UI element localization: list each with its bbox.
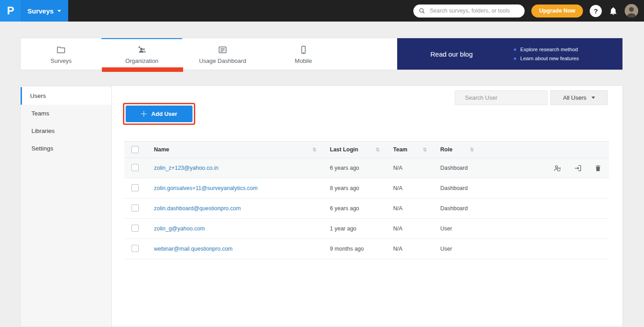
search-user-box[interactable] [455, 90, 548, 105]
column-header-name: Name [154, 146, 169, 153]
help-button[interactable]: ? [590, 5, 602, 17]
sidebar-item-libraries[interactable]: Libraries [21, 122, 111, 140]
logo-letter: P [7, 4, 14, 17]
notifications-button[interactable] [609, 6, 618, 16]
upgrade-now-button[interactable]: Upgrade Now [531, 4, 583, 18]
mobile-icon [298, 45, 308, 55]
sidebar-item-teams[interactable]: Teams [21, 105, 111, 122]
add-user-button[interactable]: Add User [126, 106, 193, 122]
row-checkbox[interactable] [131, 164, 139, 171]
chevron-down-icon [57, 10, 61, 12]
row-checkbox[interactable] [131, 225, 139, 232]
product-name: Surveys [27, 7, 53, 15]
org-sidebar: Users Teams Libraries Settings [21, 86, 112, 327]
search-user-input[interactable] [464, 94, 545, 102]
click-annotation-box: Add User [123, 103, 195, 125]
row-checkbox[interactable] [131, 184, 139, 191]
active-tab-underline [102, 67, 183, 72]
sign-in-icon[interactable] [574, 164, 582, 172]
row-checkbox[interactable] [131, 245, 139, 252]
tab-organization[interactable]: Organization [101, 38, 182, 70]
sidebar-item-users[interactable]: Users [21, 87, 111, 105]
avatar-photo [625, 4, 638, 18]
login-as-user-icon[interactable] [553, 164, 561, 172]
product-switcher[interactable]: P Surveys [0, 0, 68, 22]
sort-icon[interactable] [470, 147, 474, 152]
user-email-link[interactable]: webinar@mail.questionpro.com [154, 246, 232, 252]
plus-icon [141, 111, 147, 117]
promo-bullet: Explore research method [514, 47, 578, 52]
table-row: zolin.gonsalves+11@surveyanalytics.com 8… [124, 178, 609, 199]
sort-icon[interactable] [423, 147, 427, 152]
table-row: zolin_g@yahoo.com 1 year ago N/A User [124, 219, 609, 239]
sort-icon[interactable] [376, 147, 380, 152]
read-our-blog-link[interactable]: Read our blog [430, 50, 473, 58]
tab-usage-dashboard[interactable]: Usage Dashboard [182, 38, 263, 70]
table-row: zolin_z+123@yahoo.co.in 6 years ago N/A … [124, 158, 609, 178]
global-search-input[interactable] [429, 7, 519, 14]
delete-user-icon[interactable] [594, 164, 602, 172]
tab-label: Usage Dashboard [199, 57, 246, 64]
column-header-role: Role [440, 146, 452, 153]
global-search[interactable] [413, 4, 525, 18]
module-tab-bar: Surveys Organization Usage Dashboard Mob… [20, 38, 623, 70]
dashboard-icon [218, 45, 228, 55]
bullet-dot-icon [514, 57, 516, 60]
tab-label: Surveys [51, 57, 72, 64]
user-email-link[interactable]: zolin.dashboard@questionpro.com [154, 205, 241, 212]
sort-icon[interactable] [312, 147, 316, 152]
all-users-dropdown[interactable]: All Users [550, 90, 608, 105]
user-email-link[interactable]: zolin.gonsalves+11@surveyanalytics.com [154, 185, 258, 191]
question-mark-icon: ? [594, 7, 598, 15]
tab-surveys[interactable]: Surveys [21, 38, 101, 70]
select-all-checkbox[interactable] [131, 146, 139, 153]
row-checkbox[interactable] [131, 204, 139, 212]
tab-mobile[interactable]: Mobile [263, 38, 344, 70]
chevron-down-icon [591, 97, 595, 99]
user-email-link[interactable]: zolin_z+123@yahoo.co.in [154, 165, 219, 171]
organization-panel: Users Teams Libraries Settings All Users… [20, 85, 623, 327]
user-email-link[interactable]: zolin_g@yahoo.com [154, 225, 205, 232]
user-avatar[interactable] [625, 4, 638, 18]
column-header-last-login: Last Login [330, 146, 358, 153]
table-header-row: Name Last Login Team Role [124, 141, 609, 158]
search-icon [419, 8, 425, 14]
users-content: All Users Add User Name Last Login Team … [112, 86, 622, 327]
add-people-icon [137, 45, 147, 55]
table-row: webinar@mail.questionpro.com 9 months ag… [124, 239, 609, 259]
topbar: P Surveys Upgrade Now ? [0, 0, 644, 22]
questionpro-logo[interactable]: P [0, 0, 22, 22]
users-table: Name Last Login Team Role zolin_z+123@ya… [124, 141, 609, 259]
filter-selected-value: All Users [563, 94, 586, 101]
promo-bullet: Learn about new features [514, 56, 578, 61]
bell-icon [609, 6, 618, 16]
sidebar-item-settings[interactable]: Settings [21, 140, 111, 157]
tab-label: Organization [125, 57, 158, 64]
folder-icon [56, 45, 66, 55]
table-row: zolin.dashboard@questionpro.com 6 years … [124, 199, 609, 219]
blog-promo-banner: Read our blog Explore research method Le… [397, 38, 622, 70]
bullet-dot-icon [514, 49, 516, 51]
tab-label: Mobile [295, 57, 312, 64]
column-header-team: Team [393, 146, 407, 153]
